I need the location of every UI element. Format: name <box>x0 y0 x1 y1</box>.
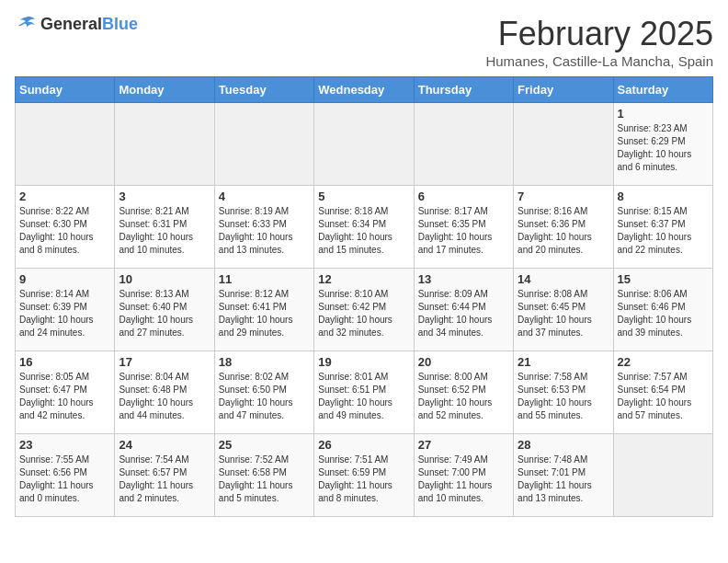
day-number: 22 <box>618 355 709 369</box>
calendar-cell: 3Sunrise: 8:21 AM Sunset: 6:31 PM Daylig… <box>115 186 214 269</box>
logo-blue: Blue <box>102 15 138 33</box>
calendar-cell <box>314 103 414 186</box>
day-number: 25 <box>219 438 310 452</box>
day-number: 12 <box>318 272 409 286</box>
cell-info: Sunrise: 7:54 AM Sunset: 6:57 PM Dayligh… <box>119 454 210 505</box>
day-number: 21 <box>518 355 609 369</box>
calendar-cell <box>613 434 712 517</box>
calendar-week-4: 16Sunrise: 8:05 AM Sunset: 6:47 PM Dayli… <box>16 351 713 434</box>
calendar-cell: 23Sunrise: 7:55 AM Sunset: 6:56 PM Dayli… <box>16 434 115 517</box>
day-number: 17 <box>119 355 210 369</box>
day-number: 28 <box>518 438 609 452</box>
cell-info: Sunrise: 8:08 AM Sunset: 6:45 PM Dayligh… <box>518 288 609 339</box>
calendar-cell: 4Sunrise: 8:19 AM Sunset: 6:33 PM Daylig… <box>214 186 313 269</box>
calendar-cell: 16Sunrise: 8:05 AM Sunset: 6:47 PM Dayli… <box>16 351 115 434</box>
calendar-week-3: 9Sunrise: 8:14 AM Sunset: 6:39 PM Daylig… <box>16 269 713 351</box>
calendar-cell: 1Sunrise: 8:23 AM Sunset: 6:29 PM Daylig… <box>613 103 712 186</box>
calendar-cell: 2Sunrise: 8:22 AM Sunset: 6:30 PM Daylig… <box>16 186 115 269</box>
day-number: 27 <box>418 438 509 452</box>
cell-info: Sunrise: 7:48 AM Sunset: 7:01 PM Dayligh… <box>518 454 609 505</box>
weekday-header-monday: Monday <box>115 77 214 103</box>
calendar-week-2: 2Sunrise: 8:22 AM Sunset: 6:30 PM Daylig… <box>16 186 713 269</box>
cell-info: Sunrise: 7:58 AM Sunset: 6:53 PM Dayligh… <box>518 371 609 422</box>
logo-text: GeneralBlue <box>40 15 138 34</box>
day-number: 5 <box>318 190 409 203</box>
weekday-header-thursday: Thursday <box>414 77 513 103</box>
cell-info: Sunrise: 8:21 AM Sunset: 6:31 PM Dayligh… <box>119 205 210 257</box>
day-number: 4 <box>219 190 310 203</box>
cell-info: Sunrise: 8:18 AM Sunset: 6:34 PM Dayligh… <box>318 205 409 257</box>
day-number: 24 <box>119 438 210 452</box>
cell-info: Sunrise: 8:13 AM Sunset: 6:40 PM Dayligh… <box>119 288 210 339</box>
cell-info: Sunrise: 8:14 AM Sunset: 6:39 PM Dayligh… <box>19 288 110 339</box>
day-number: 13 <box>418 272 509 286</box>
day-number: 3 <box>119 190 210 203</box>
calendar-cell <box>115 103 214 186</box>
day-number: 1 <box>618 107 709 121</box>
day-number: 14 <box>518 272 609 286</box>
calendar-cell: 27Sunrise: 7:49 AM Sunset: 7:00 PM Dayli… <box>414 434 513 517</box>
day-number: 19 <box>318 355 409 369</box>
calendar-cell: 11Sunrise: 8:12 AM Sunset: 6:41 PM Dayli… <box>214 269 313 351</box>
day-number: 18 <box>219 355 310 369</box>
calendar-cell: 12Sunrise: 8:10 AM Sunset: 6:42 PM Dayli… <box>314 269 414 351</box>
day-number: 23 <box>19 438 110 452</box>
cell-info: Sunrise: 8:16 AM Sunset: 6:36 PM Dayligh… <box>518 205 609 257</box>
weekday-header-wednesday: Wednesday <box>314 77 414 103</box>
cell-info: Sunrise: 8:09 AM Sunset: 6:44 PM Dayligh… <box>418 288 509 339</box>
calendar-cell: 14Sunrise: 8:08 AM Sunset: 6:45 PM Dayli… <box>514 269 613 351</box>
day-number: 6 <box>418 190 509 203</box>
calendar-cell: 13Sunrise: 8:09 AM Sunset: 6:44 PM Dayli… <box>414 269 513 351</box>
weekday-header-tuesday: Tuesday <box>214 77 313 103</box>
calendar-cell: 19Sunrise: 8:01 AM Sunset: 6:51 PM Dayli… <box>314 351 414 434</box>
calendar-cell: 24Sunrise: 7:54 AM Sunset: 6:57 PM Dayli… <box>115 434 214 517</box>
cell-info: Sunrise: 7:51 AM Sunset: 6:59 PM Dayligh… <box>318 454 409 505</box>
day-number: 9 <box>19 272 110 286</box>
calendar-cell: 15Sunrise: 8:06 AM Sunset: 6:46 PM Dayli… <box>613 269 712 351</box>
header: GeneralBlue February 2025 Humanes, Casti… <box>15 15 713 69</box>
cell-info: Sunrise: 8:15 AM Sunset: 6:37 PM Dayligh… <box>618 205 709 257</box>
title-area: February 2025 Humanes, Castille-La Manch… <box>485 15 713 69</box>
calendar-cell <box>16 103 115 186</box>
cell-info: Sunrise: 8:12 AM Sunset: 6:41 PM Dayligh… <box>219 288 310 339</box>
cell-info: Sunrise: 8:06 AM Sunset: 6:46 PM Dayligh… <box>618 288 709 339</box>
day-number: 2 <box>19 190 110 203</box>
calendar-cell: 21Sunrise: 7:58 AM Sunset: 6:53 PM Dayli… <box>514 351 613 434</box>
weekday-header-saturday: Saturday <box>613 77 712 103</box>
weekday-header-friday: Friday <box>514 77 613 103</box>
weekday-header-sunday: Sunday <box>16 77 115 103</box>
calendar-title: February 2025 <box>485 15 713 53</box>
day-number: 16 <box>19 355 110 369</box>
cell-info: Sunrise: 7:55 AM Sunset: 6:56 PM Dayligh… <box>19 454 110 505</box>
calendar-cell: 17Sunrise: 8:04 AM Sunset: 6:48 PM Dayli… <box>115 351 214 434</box>
cell-info: Sunrise: 8:17 AM Sunset: 6:35 PM Dayligh… <box>418 205 509 257</box>
cell-info: Sunrise: 8:05 AM Sunset: 6:47 PM Dayligh… <box>19 371 110 422</box>
cell-info: Sunrise: 7:52 AM Sunset: 6:58 PM Dayligh… <box>219 454 310 505</box>
logo: GeneralBlue <box>15 15 138 34</box>
cell-info: Sunrise: 8:19 AM Sunset: 6:33 PM Dayligh… <box>219 205 310 257</box>
cell-info: Sunrise: 8:01 AM Sunset: 6:51 PM Dayligh… <box>318 371 409 422</box>
day-number: 10 <box>119 272 210 286</box>
cell-info: Sunrise: 7:49 AM Sunset: 7:00 PM Dayligh… <box>418 454 509 505</box>
cell-info: Sunrise: 8:10 AM Sunset: 6:42 PM Dayligh… <box>318 288 409 339</box>
calendar-week-5: 23Sunrise: 7:55 AM Sunset: 6:56 PM Dayli… <box>16 434 713 517</box>
calendar-cell: 10Sunrise: 8:13 AM Sunset: 6:40 PM Dayli… <box>115 269 214 351</box>
calendar-cell: 26Sunrise: 7:51 AM Sunset: 6:59 PM Dayli… <box>314 434 414 517</box>
calendar-subtitle: Humanes, Castille-La Mancha, Spain <box>485 53 713 69</box>
day-number: 26 <box>318 438 409 452</box>
calendar-table: SundayMondayTuesdayWednesdayThursdayFrid… <box>15 76 713 517</box>
cell-info: Sunrise: 8:02 AM Sunset: 6:50 PM Dayligh… <box>219 371 310 422</box>
calendar-cell: 28Sunrise: 7:48 AM Sunset: 7:01 PM Dayli… <box>514 434 613 517</box>
calendar-cell: 6Sunrise: 8:17 AM Sunset: 6:35 PM Daylig… <box>414 186 513 269</box>
day-number: 15 <box>618 272 709 286</box>
logo-bird-icon <box>15 16 37 34</box>
calendar-week-1: 1Sunrise: 8:23 AM Sunset: 6:29 PM Daylig… <box>16 103 713 186</box>
calendar-cell: 20Sunrise: 8:00 AM Sunset: 6:52 PM Dayli… <box>414 351 513 434</box>
day-number: 7 <box>518 190 609 203</box>
cell-info: Sunrise: 8:04 AM Sunset: 6:48 PM Dayligh… <box>119 371 210 422</box>
day-number: 20 <box>418 355 509 369</box>
calendar-cell: 22Sunrise: 7:57 AM Sunset: 6:54 PM Dayli… <box>613 351 712 434</box>
calendar-cell <box>514 103 613 186</box>
calendar-cell: 18Sunrise: 8:02 AM Sunset: 6:50 PM Dayli… <box>214 351 313 434</box>
weekday-header-row: SundayMondayTuesdayWednesdayThursdayFrid… <box>16 77 713 103</box>
